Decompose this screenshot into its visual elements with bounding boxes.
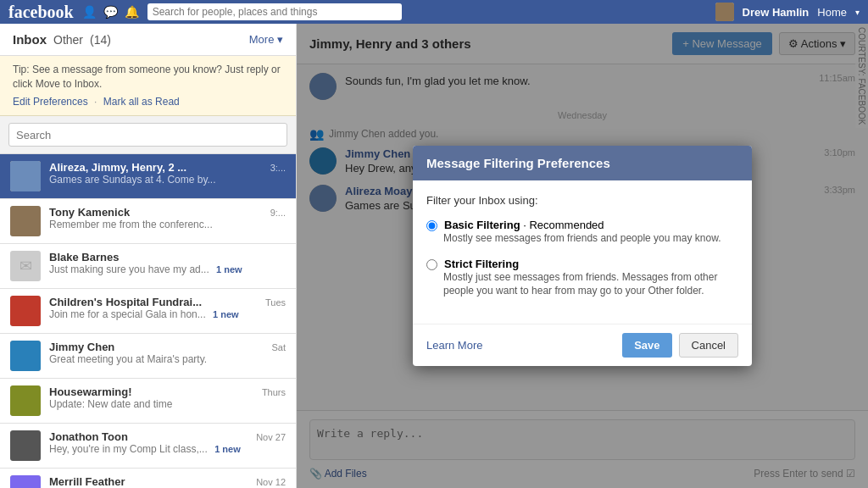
list-item[interactable]: Jonathon Toon Nov 27 Hey, you're in my C… bbox=[0, 424, 296, 469]
envelope-icon: ✉ bbox=[19, 257, 32, 275]
save-button[interactable]: Save bbox=[622, 333, 671, 358]
tip-separator: · bbox=[94, 96, 100, 108]
nav-right: Drew Hamlin Home ▾ bbox=[715, 3, 860, 21]
modal-overlay: Message Filtering Preferences Filter you… bbox=[297, 24, 868, 488]
message-body: Alireza, Jimmy, Henry, 2 ... 3:... Games… bbox=[49, 161, 286, 186]
avatar bbox=[10, 296, 41, 326]
user-name[interactable]: Drew Hamlin bbox=[743, 6, 810, 19]
message-preview: Games are Sundays at 4. Come by... bbox=[49, 174, 286, 186]
list-item[interactable]: Children's Hospital Fundrai... Tues Join… bbox=[0, 289, 296, 334]
avatar bbox=[10, 161, 41, 191]
avatar bbox=[10, 206, 41, 236]
message-preview: Just making sure you have my ad... 1 new bbox=[49, 263, 286, 275]
home-link[interactable]: Home bbox=[817, 6, 847, 19]
search-box bbox=[0, 116, 296, 154]
nav-caret-icon[interactable]: ▾ bbox=[855, 8, 860, 17]
tip-links: Edit Preferences · Mark all as Read bbox=[13, 95, 283, 109]
new-badge: 1 new bbox=[216, 264, 242, 274]
tip-text: Tip: See a message from someone you know… bbox=[13, 64, 281, 90]
friends-icon[interactable]: 👤 bbox=[82, 5, 97, 19]
strict-filtering-label: Strict Filtering bbox=[444, 258, 519, 270]
message-body: Merrill Feather Nov 12 bbox=[49, 475, 286, 488]
sidebar: Inbox Other (14) More ▾ Tip: See a messa… bbox=[0, 24, 297, 488]
strict-filtering-description: Mostly just see messages from friends. M… bbox=[443, 270, 738, 299]
learn-more-link[interactable]: Learn More bbox=[426, 339, 482, 352]
message-preview: Great meeting you at Maira's party. bbox=[49, 353, 286, 365]
message-time: 9:... bbox=[270, 208, 286, 218]
message-preview: Hey, you're in my Comp Lit class,... 1 n… bbox=[49, 443, 286, 455]
nav-icons: 👤 💬 🔔 bbox=[82, 5, 139, 19]
message-sender: Jonathon Toon bbox=[49, 430, 128, 443]
user-avatar[interactable] bbox=[715, 3, 734, 21]
basic-filtering-description: Mostly see messages from friends and peo… bbox=[443, 231, 738, 246]
inbox-tab[interactable]: Inbox bbox=[13, 32, 47, 47]
message-sender: Tony Kamenick bbox=[49, 206, 130, 219]
new-badge: 1 new bbox=[213, 309, 239, 319]
message-body: Housewarming! Thurs Update: New date and… bbox=[49, 385, 286, 410]
message-sender: Children's Hospital Fundrai... bbox=[49, 296, 202, 308]
messages-icon[interactable]: 💬 bbox=[103, 5, 118, 19]
basic-filtering-option: Basic Filtering · Recommended Mostly see… bbox=[426, 219, 738, 246]
message-time: Sat bbox=[271, 342, 286, 352]
message-search-input[interactable] bbox=[8, 123, 287, 147]
message-list: Alireza, Jimmy, Henry, 2 ... 3:... Games… bbox=[0, 154, 296, 488]
mark-all-read-link[interactable]: Mark all as Read bbox=[103, 96, 180, 108]
global-search-input[interactable] bbox=[147, 3, 402, 20]
message-time: Thurs bbox=[262, 387, 286, 397]
list-item[interactable]: Housewarming! Thurs Update: New date and… bbox=[0, 379, 296, 424]
message-time: Tues bbox=[265, 297, 286, 308]
modal-subtitle: Filter your Inbox using: bbox=[426, 194, 738, 207]
sidebar-header: Inbox Other (14) More ▾ bbox=[0, 24, 296, 56]
other-tab[interactable]: Other bbox=[53, 33, 83, 47]
message-preview: Remember me from the conferenc... bbox=[49, 219, 286, 230]
basic-filtering-label: Basic Filtering · Recommended bbox=[444, 219, 604, 231]
cancel-button[interactable]: Cancel bbox=[679, 333, 738, 358]
message-body: Jonathon Toon Nov 27 Hey, you're in my C… bbox=[49, 430, 286, 455]
modal-body: Filter your Inbox using: Basic Filtering… bbox=[413, 180, 752, 324]
message-sender: Blake Barnes bbox=[49, 251, 119, 263]
list-item[interactable]: Merrill Feather Nov 12 bbox=[0, 469, 296, 488]
message-body: Blake Barnes Just making sure you have m… bbox=[49, 251, 286, 275]
edit-preferences-link[interactable]: Edit Preferences bbox=[13, 96, 88, 108]
strict-filtering-radio[interactable] bbox=[426, 259, 437, 270]
modal-footer: Learn More Save Cancel bbox=[413, 324, 752, 366]
message-body: Tony Kamenick 9:... Remember me from the… bbox=[49, 206, 286, 230]
tip-box: Tip: See a message from someone you know… bbox=[0, 56, 296, 116]
message-sender: Merrill Feather bbox=[49, 475, 125, 488]
message-time: Nov 27 bbox=[256, 432, 286, 442]
message-body: Children's Hospital Fundrai... Tues Join… bbox=[49, 296, 286, 320]
new-badge: 1 new bbox=[214, 444, 241, 454]
list-item[interactable]: ✉ Blake Barnes Just making sure you have… bbox=[0, 244, 296, 289]
top-navigation: facebook 👤 💬 🔔 Drew Hamlin Home ▾ bbox=[0, 0, 868, 24]
message-time: Nov 12 bbox=[256, 477, 286, 487]
message-time: 3:... bbox=[270, 163, 286, 173]
list-item[interactable]: Jimmy Chen Sat Great meeting you at Mair… bbox=[0, 334, 296, 379]
list-item[interactable]: Alireza, Jimmy, Henry, 2 ... 3:... Games… bbox=[0, 154, 296, 199]
modal-header: Message Filtering Preferences bbox=[413, 146, 752, 180]
list-item[interactable]: Tony Kamenick 9:... Remember me from the… bbox=[0, 199, 296, 244]
message-sender: Jimmy Chen bbox=[49, 341, 114, 353]
avatar: ✉ bbox=[10, 251, 41, 281]
modal-dialog: Message Filtering Preferences Filter you… bbox=[413, 146, 752, 366]
facebook-logo: facebook bbox=[8, 3, 74, 22]
other-count: (14) bbox=[90, 33, 111, 47]
message-sender: Housewarming! bbox=[49, 385, 132, 398]
modal-title: Message Filtering Preferences bbox=[426, 156, 610, 170]
message-body: Jimmy Chen Sat Great meeting you at Mair… bbox=[49, 341, 286, 365]
more-button[interactable]: More ▾ bbox=[249, 33, 283, 46]
avatar bbox=[10, 475, 41, 488]
content-area: Jimmy, Henry and 3 others + New Message … bbox=[297, 24, 868, 488]
notifications-icon[interactable]: 🔔 bbox=[125, 5, 139, 19]
avatar bbox=[10, 385, 41, 416]
avatar bbox=[10, 430, 41, 461]
avatar bbox=[10, 341, 41, 371]
modal-buttons: Save Cancel bbox=[622, 333, 738, 358]
strict-filtering-option: Strict Filtering Mostly just see message… bbox=[426, 258, 738, 299]
message-sender: Alireza, Jimmy, Henry, 2 ... bbox=[49, 161, 186, 174]
main-container: Inbox Other (14) More ▾ Tip: See a messa… bbox=[0, 24, 868, 488]
message-preview: Join me for a special Gala in hon... 1 n… bbox=[49, 308, 286, 320]
message-preview: Update: New date and time bbox=[49, 398, 286, 410]
basic-filtering-radio[interactable] bbox=[426, 220, 437, 231]
